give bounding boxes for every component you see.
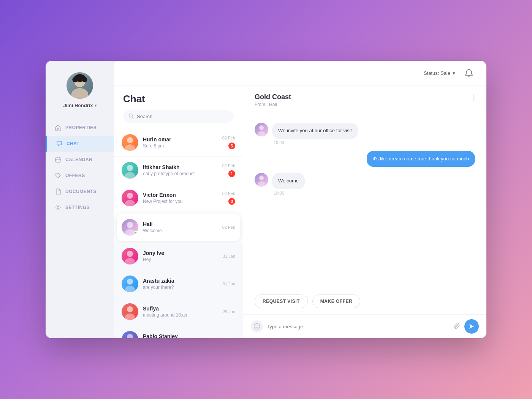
- svg-line-14: [132, 117, 134, 119]
- send-button[interactable]: [464, 319, 479, 334]
- svg-point-29: [127, 334, 133, 338]
- svg-point-15: [127, 137, 133, 143]
- chevron-down-icon: ▾: [95, 103, 97, 108]
- avatar: [66, 72, 93, 99]
- detail-title-group: Gold Coast From : Hali: [255, 93, 291, 107]
- svg-point-27: [127, 306, 133, 312]
- detail-header: Gold Coast From : Hali |: [243, 86, 486, 115]
- svg-point-39: [254, 324, 260, 329]
- chat-info: Pablo Stanley Hey: [143, 333, 218, 338]
- svg-point-16: [125, 144, 135, 151]
- request-visit-button[interactable]: REQUEST VISIT: [255, 294, 308, 308]
- chat-info: Hurin omar Sure 8:pm: [143, 136, 218, 149]
- emoji-button[interactable]: [251, 320, 263, 332]
- search-input[interactable]: [137, 114, 228, 119]
- message-bubble: We invite you at our office for visit: [272, 123, 358, 139]
- chat-panel: Chat: [114, 86, 243, 338]
- list-item[interactable]: Pablo Stanley Hey 22 Jan: [114, 326, 243, 338]
- avatar: [122, 276, 138, 292]
- svg-point-26: [125, 286, 135, 292]
- status-chevron-icon: ▾: [453, 70, 455, 76]
- sidebar: Jimi Hendrix ▾ PROPERTIES CHAT: [46, 61, 114, 338]
- chat-info: Jony Ive Hey: [143, 250, 218, 262]
- message-preview: Sure 8:pm: [143, 143, 218, 149]
- notification-bell-icon[interactable]: [463, 67, 475, 79]
- sidebar-item-properties[interactable]: PROPERTIES: [46, 120, 114, 136]
- chat-meta: 02 Feb 3: [222, 191, 235, 205]
- list-item[interactable]: Hurin omar Sure 8:pm 02 Feb 5: [114, 129, 243, 157]
- chat-info: Iftikhar Shaikh early prototype of produ…: [143, 164, 218, 176]
- avatar: [122, 219, 138, 236]
- make-offer-button[interactable]: MAKE OFFER: [312, 294, 360, 308]
- unread-badge: 3: [228, 198, 235, 205]
- message-bubble: Welcome: [272, 173, 305, 189]
- list-item[interactable]: Arastu zakia are your there? 31 Jan: [114, 270, 243, 298]
- unread-badge: 1: [228, 170, 235, 177]
- sidebar-item-chat[interactable]: CHAT: [46, 136, 114, 152]
- message-input[interactable]: [267, 324, 450, 329]
- sidebar-item-offers[interactable]: OFFERS: [46, 168, 114, 184]
- sidebar-nav: PROPERTIES CHAT: [46, 120, 114, 215]
- contact-name: Hurin omar: [143, 136, 218, 142]
- message-preview: New Project for you: [143, 199, 218, 204]
- svg-point-25: [127, 279, 133, 285]
- svg-point-41: [258, 326, 258, 326]
- svg-point-20: [125, 200, 135, 206]
- avatar: [122, 248, 138, 264]
- search-icon: [128, 113, 134, 120]
- message-content: Welcome 10:05: [272, 173, 305, 195]
- chat-meta: 02 Feb 1: [222, 163, 235, 177]
- message-preview: Hey: [143, 257, 218, 262]
- message-bubble-sent: it's like dream come true thank you so m…: [367, 151, 475, 167]
- chat-info: Hali Welcome: [143, 221, 218, 233]
- message-content: We invite you at our office for visit 10…: [272, 123, 358, 145]
- user-profile[interactable]: Jimi Hendrix ▾: [63, 72, 96, 108]
- user-name: Jimi Hendrix ▾: [63, 103, 96, 108]
- sidebar-item-documents[interactable]: DOCUMENTS: [46, 184, 114, 200]
- message-group: We invite you at our office for visit 10…: [255, 123, 475, 145]
- chat-info: Arastu zakia are your there?: [143, 278, 218, 290]
- chat-meta: 02 Feb: [222, 225, 235, 230]
- message-input-area: [243, 314, 486, 338]
- svg-point-1: [71, 88, 89, 99]
- chat-meta: 31 Jan: [223, 254, 235, 258]
- sidebar-item-calendar[interactable]: CALENDAR: [46, 152, 114, 168]
- svg-point-21: [127, 222, 133, 228]
- top-bar: Status: Sale ▾: [114, 61, 486, 86]
- attachment-icon[interactable]: [454, 322, 461, 331]
- svg-point-37: [259, 176, 264, 180]
- svg-point-12: [57, 207, 59, 209]
- chat-detail: Gold Coast From : Hali |: [243, 86, 486, 338]
- svg-rect-7: [55, 158, 61, 162]
- message-preview: are your there?: [143, 285, 218, 290]
- content-area: Chat: [114, 86, 486, 338]
- message-time: 25 Jan: [223, 309, 235, 314]
- sidebar-item-settings[interactable]: SETTINGS: [46, 200, 114, 215]
- list-item[interactable]: Sufiya meeting around 10:am 25 Jan: [114, 298, 243, 326]
- list-item[interactable]: Iftikhar Shaikh early prototype of produ…: [114, 157, 243, 184]
- message-time: 02 Feb: [222, 163, 235, 168]
- avatar: [122, 162, 138, 179]
- chat-title: Chat: [123, 93, 234, 105]
- svg-point-38: [258, 181, 265, 187]
- status-selector[interactable]: Status: Sale ▾: [424, 70, 455, 76]
- list-item[interactable]: Victor Erixon New Project for you 02 Feb…: [114, 184, 243, 212]
- list-item-active[interactable]: Hali Welcome 02 Feb: [117, 214, 240, 241]
- chat-info: Victor Erixon New Project for you: [143, 192, 218, 204]
- avatar: [122, 303, 138, 320]
- search-box[interactable]: [123, 110, 234, 123]
- svg-point-6: [77, 74, 83, 80]
- svg-point-35: [259, 125, 264, 130]
- contact-name: Pablo Stanley: [143, 333, 218, 338]
- svg-point-40: [256, 326, 256, 326]
- avatar: [122, 134, 138, 151]
- chat-info: Sufiya meeting around 10:am: [143, 306, 218, 318]
- svg-point-18: [125, 172, 135, 179]
- list-item[interactable]: Jony Ive Hey 31 Jan: [114, 242, 243, 270]
- main-content: Status: Sale ▾ Chat: [114, 61, 486, 338]
- avatar: [122, 331, 138, 338]
- message-time: 22 Jan: [223, 337, 235, 338]
- action-buttons: REQUEST VISIT MAKE OFFER: [243, 288, 486, 314]
- message-preview: early prototype of product: [143, 171, 218, 176]
- chat-list: Hurin omar Sure 8:pm 02 Feb 5: [114, 129, 243, 338]
